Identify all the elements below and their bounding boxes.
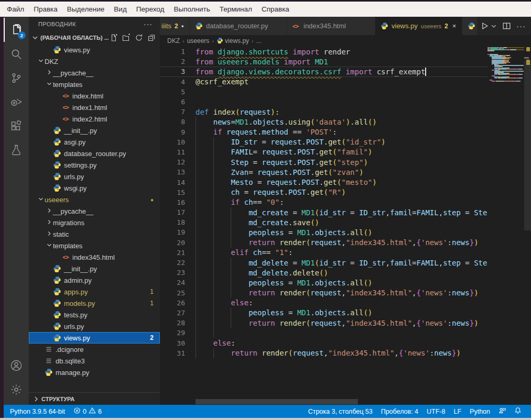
code-line-13[interactable]: 13 Zvan= request.POST.get("zvan") <box>160 167 487 177</box>
activity-testing-icon[interactable] <box>4 138 29 162</box>
code-line-25[interactable]: 25 return render(request,"index345.html"… <box>160 288 487 298</box>
code-line-26[interactable]: 26 else: <box>160 298 487 308</box>
tree-file-apps-py[interactable]: apps.py1 <box>29 286 160 297</box>
code-line-21[interactable]: 21 elif ch== "1": <box>160 248 487 258</box>
menu-item-выполнить[interactable]: Выполнить <box>169 3 214 15</box>
tree-folder--pycache-[interactable]: __pycache__ <box>29 67 160 79</box>
tree-folder-templates[interactable]: templates <box>29 79 160 90</box>
code-line-12[interactable]: 12 Step = request.POST.get("step") <box>160 157 487 167</box>
menu-item-справка[interactable]: Справка <box>257 3 294 15</box>
menu-item-терминал[interactable]: Терминал <box>215 3 257 15</box>
horizontal-scrollbar-thumb[interactable] <box>196 399 358 404</box>
code-line-22[interactable]: 22 md_delete = MD1(id_str = ID_str,famil… <box>160 258 487 268</box>
minimap[interactable] <box>487 47 524 82</box>
split-editor-icon[interactable] <box>502 21 511 30</box>
menu-item-файл[interactable]: Файл <box>2 3 29 15</box>
menu-item-правка[interactable]: Правка <box>29 3 62 15</box>
tree-folder-useeers[interactable]: useeers● <box>29 194 160 205</box>
menu-item-выделение[interactable]: Выделение <box>62 3 110 15</box>
breadcrumb-item[interactable]: ... <box>256 37 262 45</box>
status-item-lf[interactable]: LF <box>449 405 465 418</box>
tree-folder-static[interactable]: static <box>29 228 160 240</box>
code-line-4[interactable]: 4@csrf_exempt <box>160 77 487 87</box>
activity-source-control-icon[interactable] <box>4 66 29 90</box>
code-line-6[interactable]: 6 <box>160 97 487 107</box>
code-line-15[interactable]: 15 ch = request.POST.get("R") <box>160 187 487 197</box>
scrollbar-overview-ruler[interactable] <box>524 46 531 405</box>
tree-file--init-py[interactable]: __init__.py <box>29 125 160 136</box>
menu-item-вид[interactable]: Вид <box>109 3 131 15</box>
close-icon[interactable]: × <box>452 22 457 30</box>
new-folder-icon[interactable] <box>122 34 131 42</box>
activity-explorer-icon[interactable]: 2 <box>4 18 29 42</box>
status-item-utf-8[interactable]: UTF-8 <box>422 405 449 418</box>
new-file-icon[interactable] <box>110 34 118 42</box>
tree-folder-dkz[interactable]: DKZ <box>29 56 160 67</box>
run-dropdown-icon[interactable] <box>491 23 497 29</box>
tree-file-models-py[interactable]: models.py1 <box>29 297 160 309</box>
tab-views-py[interactable]: views.pyuseeers2× <box>375 17 462 35</box>
code-line-10[interactable]: 10 ID_str = request.POST.get("id_str") <box>160 137 487 147</box>
vertical-scrollbar-thumb[interactable] <box>524 61 531 230</box>
status-item-пробелов-4[interactable]: Пробелов: 4 <box>377 405 422 418</box>
code-line-14[interactable]: 14 Mesto = request.POST.get("mesto") <box>160 177 487 187</box>
breadcrumb-item[interactable]: useeers <box>187 37 210 45</box>
code-line-20[interactable]: 20 return render(request,"index345.html"… <box>160 238 487 248</box>
tree-folder--pycache-[interactable]: __pycache__ <box>29 205 160 217</box>
activity-account-icon[interactable] <box>4 353 29 378</box>
tree-folder-templates[interactable]: templates <box>29 240 160 251</box>
tree-file-tests-py[interactable]: tests.py <box>29 309 160 320</box>
code-line-23[interactable]: 23 md_delete.delete() <box>160 268 487 278</box>
status-item-строка-3-столбец-53[interactable]: Строка 3, столбец 53 <box>304 405 377 418</box>
tree-file-admin-py[interactable]: admin.py <box>29 274 160 286</box>
status-item-python[interactable]: Python <box>465 405 494 418</box>
code-line-19[interactable]: 19 peopless = MD1.objects.all() <box>160 227 487 237</box>
tree-file-views-py[interactable]: views.py2 <box>29 332 160 344</box>
tree-file-index-html[interactable]: <>index.html <box>29 90 160 102</box>
tree-folder-migrations[interactable]: migrations <box>29 217 160 228</box>
code-line-5[interactable]: 5 <box>160 87 487 97</box>
code-line-29[interactable]: 29 <box>160 328 487 338</box>
code-line-1[interactable]: 1from django.shortcuts import render <box>160 47 487 57</box>
tree-file-manage-py[interactable]: manage.py <box>29 367 160 378</box>
breadcrumb-item[interactable]: views.py <box>216 37 249 45</box>
tree-file-urls-py[interactable]: urls.py <box>29 320 160 332</box>
code-line-9[interactable]: 9 if request.method == 'POST': <box>160 127 487 137</box>
status-item[interactable] <box>494 405 510 418</box>
refresh-icon[interactable] <box>135 34 143 42</box>
tab-database-roouter-py[interactable]: database_roouter.py <box>190 17 287 35</box>
status-item[interactable] <box>510 405 526 418</box>
code-line-11[interactable]: 11 FAMIL= request.POST.get("famil") <box>160 147 487 157</box>
breadcrumb-item[interactable]: DKZ <box>167 37 180 45</box>
tree-file--init-py[interactable]: __init__.py <box>29 263 160 274</box>
status-item-python-3-9-5-64-bit[interactable]: Python 3.9.5 64-bit <box>0 405 69 418</box>
collapse-all-icon[interactable] <box>147 34 156 42</box>
tree-file-urls-py[interactable]: urls.py <box>29 171 160 182</box>
tree-file-index2-html[interactable]: <>index2.html <box>29 113 160 125</box>
code-line-3[interactable]: 3from django.views.decorators.csrf impor… <box>160 67 487 76</box>
code-line-30[interactable]: 30 else: <box>160 338 487 348</box>
activity-settings-icon[interactable] <box>4 378 29 402</box>
tree-file-index1-html[interactable]: <>index1.html <box>29 102 160 113</box>
code-line-24[interactable]: 24 peopless = MD1.objects.all() <box>160 278 487 288</box>
tab-iiits[interactable]: iiits2● <box>160 17 190 35</box>
tree-file--dcignore[interactable]: .dcignore <box>29 344 160 355</box>
sidebar-more-actions-icon[interactable]: ··· <box>144 20 153 28</box>
tree-file-wsgi-py[interactable]: wsgi.py <box>29 182 160 194</box>
tree-file-index345-html[interactable]: <>index345.html <box>29 251 160 263</box>
activity-extensions-icon[interactable] <box>4 114 29 138</box>
code-line-16[interactable]: 16 if ch== "0": <box>160 197 487 207</box>
status-item-0[interactable]: 06 <box>69 405 106 418</box>
workspace-section-header[interactable]: (РАБОЧАЯ ОБЛАСТЬ) ... <box>29 31 160 44</box>
activity-search-icon[interactable] <box>4 42 29 66</box>
outline-section-header[interactable]: СТРУКТУРА <box>29 392 160 405</box>
editor-more-actions-icon[interactable]: ··· <box>516 21 526 30</box>
code-line-17[interactable]: 17 md_create = MD1(id_str = ID_str,famil… <box>160 207 487 217</box>
tree-file-db-sqlite3[interactable]: db.sqlite3 <box>29 355 160 367</box>
code-line-7[interactable]: 7def index(request): <box>160 107 487 117</box>
run-python-file-icon[interactable] <box>480 21 489 30</box>
tab-index345-html[interactable]: <>index345.html <box>287 17 375 35</box>
code-line-18[interactable]: 18 md_create.save() <box>160 217 487 227</box>
code-line-31[interactable]: 31 return render(request,"index345.html"… <box>160 348 487 358</box>
code-line-2[interactable]: 2from useeers.models import MD1 <box>160 57 487 67</box>
